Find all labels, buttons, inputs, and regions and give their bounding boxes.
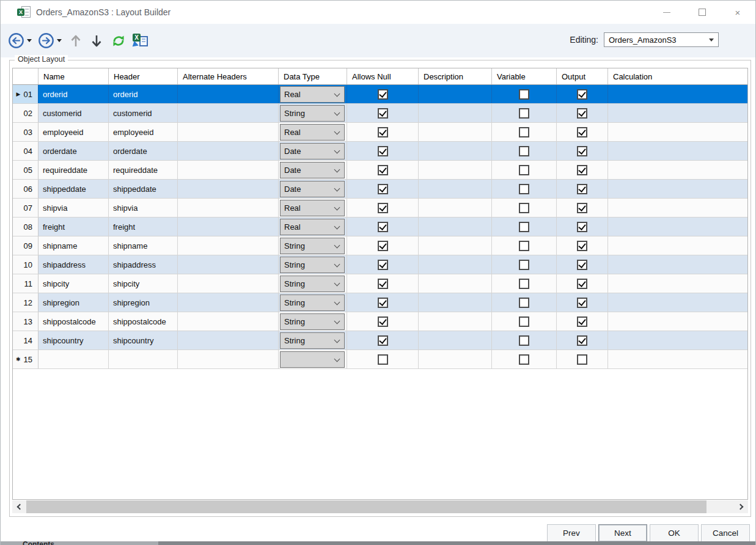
variable-checkbox[interactable] — [519, 335, 529, 346]
allows-null-cell[interactable] — [347, 274, 419, 293]
prev-button[interactable]: Prev — [547, 524, 596, 542]
row-selector[interactable]: 05 — [13, 161, 39, 179]
column-header-output[interactable]: Output — [557, 68, 608, 84]
name-cell[interactable]: shipname — [39, 236, 109, 255]
description-cell[interactable] — [419, 218, 492, 236]
data-type-cell[interactable]: Real — [279, 123, 347, 141]
output-checkbox[interactable] — [577, 203, 587, 213]
header-cell[interactable]: orderid — [109, 85, 178, 103]
calculation-cell[interactable] — [608, 293, 747, 312]
name-cell[interactable]: requireddate — [39, 161, 109, 179]
column-header-row-selector[interactable] — [13, 68, 39, 84]
calculation-cell[interactable] — [608, 142, 747, 160]
output-cell[interactable] — [557, 85, 608, 103]
header-cell[interactable] — [109, 350, 178, 368]
calculation-cell[interactable] — [608, 312, 747, 331]
alternate-headers-cell[interactable] — [178, 180, 279, 198]
variable-cell[interactable] — [492, 161, 557, 179]
row-selector[interactable]: ✱15 — [13, 350, 39, 368]
variable-checkbox[interactable] — [519, 298, 529, 308]
allows-null-checkbox[interactable] — [378, 316, 388, 327]
table-row[interactable]: 02customeridcustomeridString — [13, 104, 747, 123]
data-type-cell[interactable]: String — [279, 312, 347, 331]
description-cell[interactable] — [419, 123, 492, 141]
header-cell[interactable]: shipaddress — [109, 255, 178, 274]
calculation-cell[interactable] — [608, 350, 747, 368]
variable-checkbox[interactable] — [519, 260, 529, 270]
table-row[interactable]: 03employeeidemployeeidReal — [13, 123, 747, 142]
data-type-dropdown[interactable]: String — [280, 276, 345, 292]
allows-null-cell[interactable] — [347, 218, 419, 236]
output-checkbox[interactable] — [577, 298, 587, 308]
variable-cell[interactable] — [492, 85, 557, 103]
description-cell[interactable] — [419, 350, 492, 368]
description-cell[interactable] — [419, 104, 492, 122]
calculation-cell[interactable] — [608, 85, 747, 103]
calculation-cell[interactable] — [608, 199, 747, 217]
alternate-headers-cell[interactable] — [178, 85, 279, 103]
header-cell[interactable]: shippeddate — [109, 180, 178, 198]
allows-null-checkbox[interactable] — [378, 108, 388, 119]
header-cell[interactable]: freight — [109, 218, 178, 236]
description-cell[interactable] — [419, 161, 492, 179]
variable-checkbox[interactable] — [519, 146, 529, 156]
name-cell[interactable]: customerid — [39, 104, 109, 122]
scroll-left-button[interactable] — [12, 500, 26, 513]
column-header-allows-null[interactable]: Allows Null — [347, 68, 419, 84]
row-selector[interactable]: 08 — [13, 218, 39, 236]
horizontal-scrollbar[interactable] — [12, 500, 748, 513]
name-cell[interactable]: employeeid — [39, 123, 109, 141]
output-checkbox[interactable] — [577, 108, 587, 119]
variable-checkbox[interactable] — [519, 108, 529, 119]
alternate-headers-cell[interactable] — [178, 199, 279, 217]
variable-cell[interactable] — [492, 142, 557, 160]
calculation-cell[interactable] — [608, 180, 747, 198]
variable-cell[interactable] — [492, 180, 557, 198]
name-cell[interactable]: shipaddress — [39, 255, 109, 274]
calculation-cell[interactable] — [608, 123, 747, 141]
move-up-button[interactable] — [69, 34, 83, 48]
calculation-cell[interactable] — [608, 274, 747, 293]
variable-checkbox[interactable] — [519, 316, 529, 327]
output-cell[interactable] — [557, 331, 608, 349]
output-cell[interactable] — [557, 199, 608, 217]
allows-null-checkbox[interactable] — [378, 184, 388, 194]
variable-checkbox[interactable] — [519, 184, 529, 194]
allows-null-checkbox[interactable] — [378, 354, 388, 365]
column-header-description[interactable]: Description — [419, 68, 492, 84]
output-checkbox[interactable] — [577, 241, 587, 251]
output-checkbox[interactable] — [577, 279, 587, 289]
description-cell[interactable] — [419, 312, 492, 331]
row-selector[interactable]: 04 — [13, 142, 39, 160]
allows-null-checkbox[interactable] — [378, 89, 388, 100]
output-cell[interactable] — [557, 180, 608, 198]
data-type-cell[interactable]: Date — [279, 161, 347, 179]
header-cell[interactable]: shipcountry — [109, 331, 178, 349]
output-checkbox[interactable] — [577, 260, 587, 270]
data-type-dropdown[interactable]: Real — [280, 200, 345, 216]
row-selector[interactable]: 09 — [13, 236, 39, 255]
output-cell[interactable] — [557, 218, 608, 236]
row-selector[interactable]: 13 — [13, 312, 39, 331]
output-cell[interactable] — [557, 293, 608, 312]
table-row[interactable]: ✱15 — [13, 350, 747, 369]
header-cell[interactable]: requireddate — [109, 161, 178, 179]
variable-cell[interactable] — [492, 123, 557, 141]
output-checkbox[interactable] — [577, 354, 587, 365]
data-type-dropdown[interactable]: Real — [280, 219, 345, 235]
calculation-cell[interactable] — [608, 255, 747, 274]
variable-cell[interactable] — [492, 255, 557, 274]
data-type-dropdown[interactable]: String — [280, 294, 345, 311]
allows-null-cell[interactable] — [347, 312, 419, 331]
alternate-headers-cell[interactable] — [178, 123, 279, 141]
header-cell[interactable]: shipname — [109, 236, 178, 255]
ok-button[interactable]: OK — [650, 524, 699, 542]
table-row[interactable]: 06shippeddateshippeddateDate — [13, 180, 747, 199]
refresh-button[interactable] — [111, 33, 127, 49]
calculation-cell[interactable] — [608, 331, 747, 349]
variable-cell[interactable] — [492, 293, 557, 312]
move-down-button[interactable] — [90, 34, 103, 48]
output-cell[interactable] — [557, 350, 608, 368]
description-cell[interactable] — [419, 293, 492, 312]
variable-checkbox[interactable] — [519, 165, 529, 175]
